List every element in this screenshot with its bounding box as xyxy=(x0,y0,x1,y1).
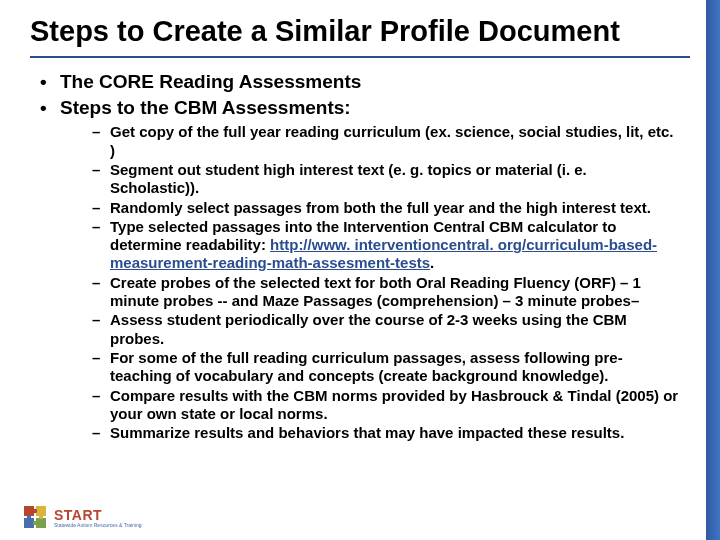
svg-rect-2 xyxy=(24,518,34,528)
list-item: Type selected passages into the Interven… xyxy=(92,218,680,273)
svg-rect-3 xyxy=(36,518,46,528)
list-item: Get copy of the full year reading curric… xyxy=(92,123,680,160)
logo-text: START xyxy=(54,507,142,523)
logo-subtext: Statewide Autism Resources & Training xyxy=(54,522,142,528)
list-item: Segment out student high interest text (… xyxy=(92,161,680,198)
list-item: Randomly select passages from both the f… xyxy=(92,199,680,217)
slide-body: The CORE Reading Assessments Steps to th… xyxy=(0,70,720,443)
footer-logo: START Statewide Autism Resources & Train… xyxy=(22,504,142,530)
svg-point-4 xyxy=(33,509,37,513)
bullet-list-level1: The CORE Reading Assessments Steps to th… xyxy=(40,70,680,443)
slide: Steps to Create a Similar Profile Docume… xyxy=(0,0,720,540)
list-item: Compare results with the CBM norms provi… xyxy=(92,387,680,424)
list-item: Create probes of the selected text for b… xyxy=(92,274,680,311)
list-item: Assess student periodically over the cou… xyxy=(92,311,680,348)
title-underline xyxy=(30,56,690,58)
svg-rect-1 xyxy=(36,506,46,516)
svg-point-5 xyxy=(33,521,37,525)
slide-title: Steps to Create a Similar Profile Docume… xyxy=(0,0,720,56)
list-item: The CORE Reading Assessments xyxy=(40,70,680,94)
right-accent-bar xyxy=(706,0,720,540)
list-item: Steps to the CBM Assessments: Get copy o… xyxy=(40,96,680,443)
svg-point-7 xyxy=(39,515,43,519)
bullet-list-level2: Get copy of the full year reading curric… xyxy=(60,123,680,442)
list-item: For some of the full reading curriculum … xyxy=(92,349,680,386)
puzzle-icon xyxy=(22,504,48,530)
svg-point-6 xyxy=(27,515,31,519)
svg-rect-0 xyxy=(24,506,34,516)
logo-text-block: START Statewide Autism Resources & Train… xyxy=(54,507,142,528)
list-item: Summarize results and behaviors that may… xyxy=(92,424,680,442)
